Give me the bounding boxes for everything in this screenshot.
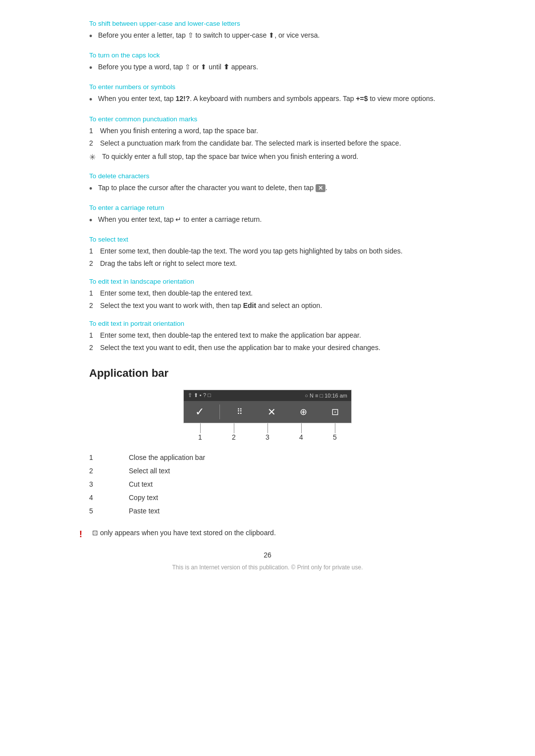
heading-punctuation: To enter common punctuation marks bbox=[89, 115, 476, 123]
callout-1 bbox=[200, 423, 201, 433]
section-punctuation: To enter common punctuation marks 1 When… bbox=[59, 115, 476, 163]
internet-notice: This is an Internet version of this publ… bbox=[59, 564, 476, 571]
section-delete: To delete characters • Tap to place the … bbox=[59, 172, 476, 195]
bullet-text-shift: Before you enter a letter, tap ⇧ to swit… bbox=[98, 30, 320, 41]
numbered-select-1: 1 Enter some text, then double-tap the t… bbox=[89, 246, 476, 256]
numbered-landscape-1: 1 Enter some text, then double-tap the e… bbox=[89, 288, 476, 299]
bullet-capslock: • Before you type a word, tap ⇧ or ⬆ unt… bbox=[89, 62, 476, 74]
callout-num-1: 1 bbox=[193, 433, 208, 441]
phone-toolbar: ✓ ⠿ ✕ ⊕ ⊡ bbox=[184, 401, 351, 423]
appbar-note: ! ⊡ only appears when you have text stor… bbox=[79, 528, 476, 541]
callout-num-5: 5 bbox=[327, 433, 342, 441]
callout-numbers: 1 2 3 4 5 bbox=[183, 433, 352, 441]
heading-numbers: To enter numbers or symbols bbox=[89, 83, 476, 91]
numbered-select-2: 2 Drag the tabs left or right to select … bbox=[89, 258, 476, 269]
numbered-punctuation-1: 1 When you finish entering a word, tap t… bbox=[89, 126, 476, 136]
heading-delete: To delete characters bbox=[89, 172, 476, 180]
table-desc-1: Close the application bar bbox=[129, 451, 367, 464]
numbered-punctuation-2: 2 Select a punctuation mark from the can… bbox=[89, 138, 476, 149]
num-select-2: 2 bbox=[89, 258, 100, 269]
num-landscape-1: 1 bbox=[89, 288, 100, 299]
heading-landscape: To edit text in landscape orientation bbox=[89, 278, 476, 285]
bullet-numbers: • When you enter text, tap 12!?. A keybo… bbox=[89, 94, 476, 106]
table-num-1: 1 bbox=[89, 451, 129, 464]
text-punctuation-1: When you finish entering a word, tap the… bbox=[100, 126, 258, 136]
section-shift: To shift between upper-case and lower-ca… bbox=[59, 20, 476, 43]
bullet-dot-shift: • bbox=[89, 30, 98, 43]
text-select-1: Enter some text, then double-tap the tex… bbox=[100, 246, 403, 256]
table-row: 2 Select all text bbox=[89, 464, 367, 478]
table-desc-5: Paste text bbox=[129, 504, 367, 518]
toolbar-close: ✓ bbox=[188, 405, 212, 418]
section-appbar: Application bar ⇧ ⬆ ▪ ? □ ○ N ≡ □ 10:16 … bbox=[59, 367, 476, 541]
text-portrait-2: Select the text you want to edit, then u… bbox=[100, 343, 380, 353]
text-punctuation-2: Select a punctuation mark from the candi… bbox=[100, 138, 401, 149]
bullet-text-capslock: Before you type a word, tap ⇧ or ⬆ until… bbox=[98, 62, 258, 72]
section-select: To select text 1 Enter some text, then d… bbox=[59, 236, 476, 269]
callout-3 bbox=[268, 423, 268, 433]
table-num-5: 5 bbox=[89, 504, 129, 518]
toolbar-copy: ⊕ bbox=[292, 406, 316, 417]
text-landscape-1: Enter some text, then double-tap the ent… bbox=[100, 288, 253, 299]
table-row: 4 Copy text bbox=[89, 491, 367, 504]
note-icon: ! bbox=[79, 528, 92, 541]
section-numbers: To enter numbers or symbols • When you e… bbox=[59, 83, 476, 106]
table-desc-3: Cut text bbox=[129, 478, 367, 491]
tip-icon-punctuation: ✳ bbox=[89, 151, 102, 163]
numbered-landscape-2: 2 Select the text you want to work with,… bbox=[89, 301, 476, 311]
bullet-delete: • Tap to place the cursor after the char… bbox=[89, 183, 476, 195]
callout-num-3: 3 bbox=[260, 433, 275, 441]
toolbar-select-all: ⠿ bbox=[228, 407, 252, 416]
bullet-dot-numbers: • bbox=[89, 94, 98, 106]
callout-2 bbox=[234, 423, 234, 433]
numbered-portrait-1: 1 Enter some text, then double-tap the e… bbox=[89, 330, 476, 341]
callout-num-2: 2 bbox=[226, 433, 241, 441]
delete-icon: ✕ bbox=[316, 184, 325, 192]
table-row: 1 Close the application bar bbox=[89, 451, 367, 464]
note-text: ⊡ only appears when you have text stored… bbox=[92, 528, 276, 538]
status-right: ○ N ≡ □ 10:16 am bbox=[305, 393, 347, 399]
bullet-shift: • Before you enter a letter, tap ⇧ to sw… bbox=[89, 30, 476, 43]
page-number: 26 bbox=[59, 551, 476, 559]
num-portrait-1: 1 bbox=[89, 330, 100, 341]
callout-num-4: 4 bbox=[294, 433, 309, 441]
bullet-text-carriage: When you enter text, tap ↵ to enter a ca… bbox=[98, 214, 262, 225]
phone-mockup: ⇧ ⬆ ▪ ? □ ○ N ≡ □ 10:16 am ✓ ⠿ ✕ ⊕ ⊡ bbox=[183, 390, 352, 423]
text-landscape-2: Select the text you want to work with, t… bbox=[100, 301, 322, 311]
bullet-carriage: • When you enter text, tap ↵ to enter a … bbox=[89, 214, 476, 227]
bullet-text-delete: Tap to place the cursor after the charac… bbox=[98, 183, 327, 193]
callout-4 bbox=[301, 423, 302, 433]
heading-shift: To shift between upper-case and lower-ca… bbox=[89, 20, 476, 27]
table-num-2: 2 bbox=[89, 464, 129, 478]
heading-portrait: To edit text in portrait orientation bbox=[89, 320, 476, 327]
num-portrait-2: 2 bbox=[89, 343, 100, 353]
callout-lines bbox=[183, 423, 352, 433]
table-desc-4: Copy text bbox=[129, 491, 367, 504]
bullet-dot-delete: • bbox=[89, 183, 98, 195]
text-portrait-1: Enter some text, then double-tap the ent… bbox=[100, 330, 361, 341]
toolbar-cut: ✕ bbox=[260, 406, 284, 418]
status-left: ⇧ ⬆ ▪ ? □ bbox=[188, 392, 211, 399]
appbar-title: Application bar bbox=[89, 367, 476, 380]
bullet-text-numbers: When you enter text, tap 12!?. A keyboar… bbox=[98, 94, 435, 104]
text-select-2: Drag the tabs left or right to select mo… bbox=[100, 258, 237, 269]
num-landscape-2: 2 bbox=[89, 301, 100, 311]
tip-punctuation: ✳ To quickly enter a full stop, tap the … bbox=[89, 151, 476, 163]
heading-carriage: To enter a carriage return bbox=[89, 204, 476, 211]
table-desc-2: Select all text bbox=[129, 464, 367, 478]
num-punctuation-1: 1 bbox=[89, 126, 100, 136]
numbered-portrait-2: 2 Select the text you want to edit, then… bbox=[89, 343, 476, 353]
table-num-3: 3 bbox=[89, 478, 129, 491]
table-num-4: 4 bbox=[89, 491, 129, 504]
num-select-1: 1 bbox=[89, 246, 100, 256]
section-portrait: To edit text in portrait orientation 1 E… bbox=[59, 320, 476, 353]
section-capslock: To turn on the caps lock • Before you ty… bbox=[59, 51, 476, 74]
table-row: 3 Cut text bbox=[89, 478, 367, 491]
appbar-table: 1 Close the application bar 2 Select all… bbox=[89, 451, 367, 518]
section-landscape: To edit text in landscape orientation 1 … bbox=[59, 278, 476, 311]
num-punctuation-2: 2 bbox=[89, 138, 100, 149]
bullet-dot-capslock: • bbox=[89, 62, 98, 74]
appbar-image: ⇧ ⬆ ▪ ? □ ○ N ≡ □ 10:16 am ✓ ⠿ ✕ ⊕ ⊡ bbox=[59, 390, 476, 441]
bullet-dot-carriage: • bbox=[89, 214, 98, 227]
heading-select: To select text bbox=[89, 236, 476, 243]
